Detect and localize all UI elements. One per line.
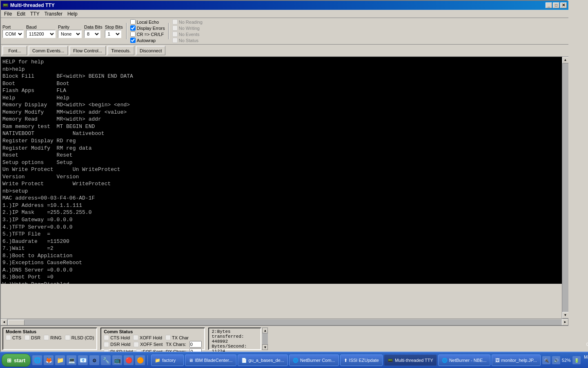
dsr-hold-check[interactable] (104, 342, 109, 347)
close-button[interactable]: ✕ (560, 2, 567, 8)
no-events-label: No Events (179, 32, 200, 37)
bytes-scroll-track[interactable] (262, 333, 268, 344)
xoff-sent-check[interactable] (134, 342, 139, 347)
scrollbar-track[interactable] (562, 63, 568, 312)
tx-char-check[interactable] (165, 335, 171, 340)
databits-label: Data Bits (84, 25, 102, 29)
taskbar-item-monitor-label: monitor_help.JP... (501, 358, 537, 363)
stopbits-select[interactable]: 1 (105, 30, 121, 38)
maximize-button[interactable]: □ (553, 2, 559, 8)
ql-icon-10[interactable]: 🟠 (135, 355, 145, 365)
autowrap-check[interactable] (130, 38, 136, 43)
taskbar-clock: 07:50 p.m. Martes 23-Abr-2013 (584, 341, 588, 368)
port-select[interactable]: COM5 (2, 30, 24, 38)
bytes-group: 2:Bytes transferred: 448992 Bytes/Second… (208, 328, 268, 350)
databits-select[interactable]: 8 (84, 30, 100, 38)
bytes-scroll-down[interactable]: ▼ (262, 344, 268, 350)
disconnect-button[interactable]: Disconnect (136, 46, 165, 55)
menu-help[interactable]: Help (65, 10, 80, 18)
taskbar-item-gu[interactable]: 📄 gu_a_bases_de... (238, 355, 288, 366)
ring-label: RING (50, 335, 62, 340)
scroll-left-button[interactable]: ◄ (1, 319, 7, 325)
taskbar-item-netburner-label: NetBurner Com... (300, 358, 335, 363)
display-errors-label: Display Errors (137, 26, 165, 31)
no-reading-label: No Reading (179, 20, 203, 25)
clock-date: Martes 23-Abr-2013 (584, 354, 588, 368)
taskbar-item-monitor[interactable]: 🖼 monitor_help.JP... (492, 355, 541, 366)
cr-crlf-check[interactable] (130, 31, 136, 37)
cts-check[interactable] (6, 335, 11, 340)
ql-icon-7[interactable]: 🔧 (101, 355, 111, 365)
scroll-down-button[interactable]: ▼ (562, 312, 569, 319)
ql-icon-8[interactable]: 📺 (112, 355, 122, 365)
bytes-transferred-label: 2:Bytes transferred: (212, 329, 258, 339)
menu-bar: File Edit TTY Transfer Help (1, 10, 568, 18)
taskbar-item-tty-icon: 📟 (388, 358, 393, 363)
taskbar-item-nbe-label: NetBurner - NBE... (449, 358, 487, 363)
bytes-scroll-up[interactable]: ▲ (262, 328, 268, 333)
taskbar-right: 🔌 🔊 52% 🔋 07:50 p.m. Martes 23-Abr-2013 (542, 341, 588, 368)
taskbar-item-netburner[interactable]: 🌐 NetBurner Com... (289, 355, 339, 366)
h-scrollbar-thumb[interactable] (8, 320, 24, 325)
no-writing-check[interactable] (172, 25, 178, 31)
menu-tty[interactable]: TTY (28, 10, 42, 18)
taskbar: ⊞ start 🌐 🦊 📁 💻 📧 ⚙️ 🔧 📺 🔴 🟠 📁 factory 🖥… (0, 352, 588, 368)
timeouts-button[interactable]: Timeouts. (107, 46, 134, 55)
ql-icon-2[interactable]: 🦊 (44, 355, 53, 365)
rlsd-check[interactable] (65, 335, 70, 340)
scroll-right-button[interactable]: ► (562, 319, 568, 325)
volume-icon[interactable]: 🔊 (552, 356, 560, 364)
font-button[interactable]: Font... (2, 46, 27, 55)
taskbar-item-ibm[interactable]: 🖥 IBM BladeCenter... (185, 355, 236, 366)
ql-icon-5[interactable]: 📧 (78, 355, 88, 365)
ql-icon-4[interactable]: 💻 (67, 355, 76, 365)
terminal-output[interactable]: HELP for help nb>help Block Fill BF<widt… (1, 57, 562, 284)
ql-icon-6[interactable]: ⚙️ (89, 355, 99, 365)
ql-icon-9[interactable]: 🔴 (124, 355, 134, 365)
cts-label: CTS (12, 335, 21, 340)
ring-check[interactable] (44, 335, 49, 340)
taskbar-item-issi[interactable]: ⬆ ISSI EZUpdate (340, 355, 383, 366)
no-reading-check[interactable] (172, 19, 178, 25)
menu-transfer[interactable]: Transfer (42, 10, 65, 18)
ql-icon-3[interactable]: 📁 (55, 355, 65, 365)
xoff-hold-check[interactable] (133, 335, 138, 340)
battery-icon[interactable]: 🔋 (572, 356, 581, 364)
parity-select[interactable]: None (58, 30, 82, 38)
tx-chars-field[interactable] (189, 341, 202, 348)
h-scrollbar-track[interactable] (7, 319, 562, 325)
menu-file[interactable]: File (2, 10, 14, 18)
taskbar-item-issi-icon: ⬆ (344, 358, 347, 363)
taskbar-item-issi-label: ISSI EZUpdate (349, 358, 379, 363)
dsr-check[interactable] (24, 335, 30, 340)
no-events-check[interactable] (172, 31, 178, 37)
ql-icon-1[interactable]: 🌐 (32, 355, 42, 365)
cts-hold-check[interactable] (104, 335, 109, 340)
horizontal-scrollbar-row: ◄ ► (1, 319, 568, 325)
no-writing-label: No Writing (179, 26, 200, 31)
comm-events-button[interactable]: Comm Events... (29, 46, 68, 55)
baud-select[interactable]: 115200 (26, 30, 56, 38)
quick-launch: 🌐 🦊 📁 💻 📧 ⚙️ 🔧 📺 🔴 🟠 (32, 355, 148, 365)
taskbar-item-nbe[interactable]: 🌐 NetBurner - NBE... (438, 355, 490, 366)
start-label: start (14, 357, 25, 364)
minimize-button[interactable]: _ (546, 2, 552, 8)
taskbar-item-tty[interactable]: 📟 Multi-threaded TTY (384, 355, 437, 366)
battery-percent: 52% (562, 358, 571, 363)
window-icon: 📟 (2, 2, 9, 8)
taskbar-item-tty-label: Multi-threaded TTY (395, 358, 433, 363)
display-errors-check[interactable] (130, 25, 136, 31)
local-echo-check[interactable] (130, 19, 136, 25)
bytes-scrollbar: ▲ ▼ (262, 328, 268, 350)
menu-edit[interactable]: Edit (14, 10, 28, 18)
taskbar-item-factory[interactable]: 📁 factory (151, 355, 184, 366)
clock-time: 07:50 p.m. (584, 341, 588, 354)
local-echo-label: Local Echo (137, 20, 159, 25)
no-status-check[interactable] (172, 38, 178, 43)
rlsd-label: RLSD (CD) (71, 335, 94, 340)
flow-control-button[interactable]: Flow Control... (69, 46, 106, 55)
start-button[interactable]: ⊞ start (2, 354, 31, 367)
baud-label: Baud (26, 25, 56, 29)
network-icon[interactable]: 🔌 (542, 356, 550, 364)
scroll-up-button[interactable]: ▲ (562, 57, 569, 63)
